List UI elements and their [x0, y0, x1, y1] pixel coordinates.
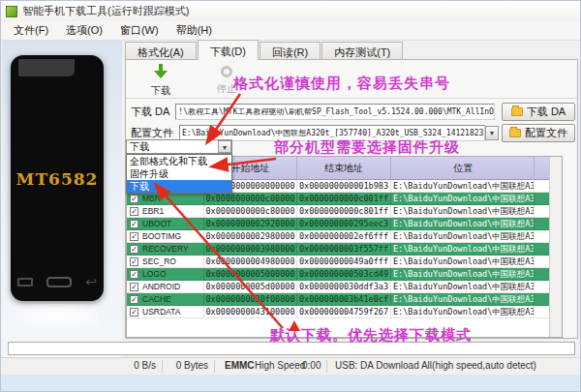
row-checkbox[interactable]: ✓: [130, 270, 138, 279]
partition-name: SEC_RO: [142, 256, 176, 267]
partition-name: EBR1: [142, 205, 164, 217]
location-cell: E:\BaiduYunDownload\中国联想A320t_{357...: [391, 205, 535, 217]
partition-name-cell: ✓USRDATA: [127, 306, 204, 317]
table-row[interactable]: ✓EBR10x0000000000c800000x0000000000c801f…: [127, 205, 562, 218]
status-bar: 0 B/s 0 Bytes EMMC High Speed 0:00 USB: …: [1, 357, 580, 375]
menu-item-0[interactable]: 文件(F): [5, 21, 57, 40]
location-cell: E:\BaiduYunDownload\中国联想A320t_{357...: [391, 293, 535, 305]
table-body: ✓PRELOADER0x00000000000000000x0000000000…: [127, 180, 562, 318]
start-address-cell: 0x0000000000c80000: [204, 205, 297, 217]
combo-dropdown-icon[interactable]: ▼: [218, 140, 231, 153]
dropdown-option-1[interactable]: 固件升级: [127, 167, 231, 180]
header-location: 位置: [391, 157, 535, 179]
row-checkbox[interactable]: ✓: [130, 220, 138, 228]
header-end-address: 结束地址: [297, 157, 391, 179]
row-checkbox[interactable]: ✓: [130, 283, 138, 291]
da-path-field[interactable]: !\教程工具\MTK工具教程驱动\刷机帮SP_Flash_Tool_v5.152…: [175, 104, 495, 120]
da-label: 下载 DA: [131, 105, 169, 119]
location-cell: E:\BaiduYunDownload\中国联想A320t_{357...: [391, 256, 535, 267]
scatter-dropdown-icon[interactable]: ▼: [485, 126, 499, 140]
table-row[interactable]: ✓CACHE0x0000000030f000000x000000003b41e0…: [127, 293, 562, 306]
row-checkbox[interactable]: ✓: [130, 195, 138, 203]
phone-reflection: [15, 304, 99, 329]
phone-speaker: [18, 59, 75, 76]
row-checkbox[interactable]: ✓: [130, 308, 138, 317]
stop-icon: [221, 66, 232, 77]
row-checkbox[interactable]: ✓: [130, 232, 138, 241]
table-row[interactable]: ✓MBR0x0000000000c000000x0000000000c001ff…: [127, 193, 562, 205]
location-cell: E:\BaiduYunDownload\中国联想A320t_{357...: [391, 193, 535, 204]
start-address-cell: 0x0000000030f00000: [204, 293, 297, 305]
row-checkbox[interactable]: ✓: [130, 257, 138, 266]
start-address-cell: 0x0000000003980000: [204, 243, 297, 255]
start-address-cell: 0x0000000005000000: [204, 268, 297, 280]
partition-name-cell: ✓ANDROID: [127, 281, 204, 292]
end-address-cell: 0x000000000503cd49: [297, 268, 391, 280]
location-cell: E:\BaiduYunDownload\中国联想A320t_{357...: [391, 268, 535, 280]
window-title: 智能手机下载工具(运行时跟踪模式): [22, 4, 189, 18]
da-browse-button[interactable]: 下载 DA: [502, 103, 575, 121]
row-checkbox[interactable]: ✓: [130, 245, 138, 254]
app-icon: [6, 6, 17, 17]
partition-name: UBOOT: [142, 218, 171, 229]
annotation-format-warning: 格式化谨慎使用，容易丢失串号: [233, 75, 450, 93]
tab-0[interactable]: 格式化(A): [125, 42, 197, 60]
phone-home-icon: [46, 277, 72, 287]
da-browse-label: 下载 DA: [527, 105, 566, 119]
partition-name: BOOTIMG: [142, 230, 181, 242]
start-address-cell: 0x0000000000c00000: [204, 193, 297, 204]
start-address-cell: 0x0000000043100000: [204, 306, 297, 317]
end-address-cell: 0x0000000030ddf3a3: [297, 281, 391, 292]
dropdown-option-0[interactable]: 全部格式化和下载: [127, 155, 231, 167]
partition-name-cell: ✓LOGO: [127, 268, 204, 280]
end-address-cell: 0x000000000001b983: [297, 180, 391, 192]
tab-1[interactable]: 下载(D): [198, 40, 259, 60]
table-row[interactable]: ✓SEC_RO0x00000000049800000x00000000049a0…: [127, 256, 562, 268]
mode-dropdown-list: 全部格式化和下载固件升级下载: [126, 154, 232, 194]
partition-name-cell: ✓RECOVERY: [127, 243, 204, 255]
mode-combobox[interactable]: 下载 ▼: [126, 139, 232, 154]
table-row[interactable]: ✓BOOTIMG0x00000000029800000x0000000002ef…: [127, 230, 562, 243]
window-bottom-strip: [1, 375, 580, 392]
table-row[interactable]: ✓LOGO0x00000000050000000x000000000503cd4…: [127, 268, 562, 281]
menu-item-2[interactable]: 窗口(W): [111, 21, 168, 40]
table-scrollbar[interactable]: [549, 157, 562, 337]
partition-name-cell: ✓MBR: [127, 193, 204, 204]
download-button[interactable]: 下载: [139, 64, 182, 98]
menu-item-1[interactable]: 选项(O): [57, 21, 111, 40]
table-row[interactable]: ✓ANDROID0x0000000005d000000x0000000030dd…: [127, 281, 562, 293]
end-address-cell: 0x0000000003f557ff: [297, 243, 391, 255]
location-cell: E:\BaiduYunDownload\中国联想A320t_{357...: [391, 281, 535, 292]
phone-nav-buttons: ↩: [11, 272, 104, 291]
menu-bar: 文件(F)选项(O)窗口(W)帮助(H): [1, 21, 580, 41]
location-cell: E:\BaiduYunDownload\中国联想A320t_{357...: [391, 180, 535, 192]
location-cell: E:\BaiduYunDownload\中国联想A320t_{357...: [391, 230, 535, 242]
start-address-cell: 0x0000000004980000: [204, 256, 297, 267]
table-row[interactable]: ✓UBOOT0x00000000029200000x000000000295ee…: [127, 218, 562, 230]
partition-name: CACHE: [142, 293, 171, 305]
title-bar: 智能手机下载工具(运行时跟踪模式): [1, 1, 580, 21]
phone-chip-label: MT6582: [11, 169, 104, 189]
end-address-cell: 0x000000003b41e0cf: [297, 293, 391, 305]
flash-tool-window: 智能手机下载工具(运行时跟踪模式) 文件(F)选项(O)窗口(W)帮助(H) M…: [0, 0, 581, 392]
table-row[interactable]: ✓RECOVERY0x00000000039800000x0000000003f…: [127, 243, 562, 256]
row-checkbox[interactable]: ✓: [130, 207, 138, 216]
partition-name: ANDROID: [142, 281, 180, 292]
table-row[interactable]: ✓USRDATA0x00000000431000000x000000004759…: [127, 306, 562, 318]
status-usb-info: USB: DA Download All(high speed,auto det…: [335, 360, 536, 371]
row-checkbox[interactable]: ✓: [130, 295, 138, 304]
da-row: 下载 DA !\教程工具\MTK工具教程驱动\刷机帮SP_Flash_Tool_…: [131, 104, 495, 120]
menu-item-3[interactable]: 帮助(H): [168, 21, 221, 40]
end-address-cell: 0x0000000000c001ff: [297, 193, 391, 204]
mode-combobox-value: 下载: [127, 140, 218, 153]
phone-back-icon: ↩: [85, 277, 97, 286]
end-address-cell: 0x0000000000c801ff: [297, 205, 391, 217]
tab-3[interactable]: 内存测试(T): [321, 42, 403, 60]
tab-2[interactable]: 回读(R): [260, 42, 321, 60]
download-button-label: 下载: [139, 84, 182, 98]
scatter-browse-button[interactable]: 配置文件: [502, 124, 575, 142]
dropdown-option-2[interactable]: 下载: [127, 180, 231, 193]
location-cell: E:\BaiduYunDownload\中国联想A320t_{357...: [391, 306, 535, 317]
status-bytes: 0 Bytes: [168, 360, 208, 371]
partition-name-cell: ✓CACHE: [127, 293, 204, 305]
